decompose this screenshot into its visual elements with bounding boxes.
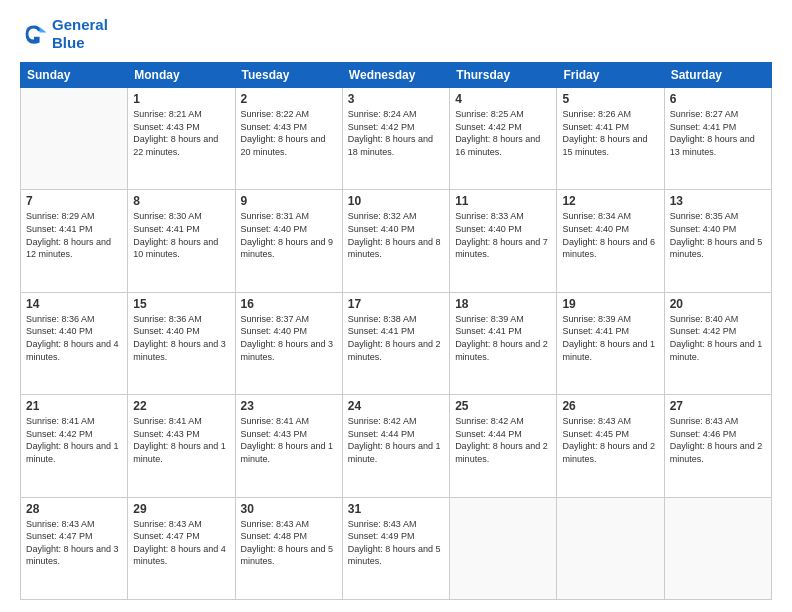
calendar-cell: 16 Sunrise: 8:37 AM Sunset: 4:40 PM Dayl…	[235, 292, 342, 394]
sunset-label: Sunset: 4:40 PM	[455, 224, 522, 234]
day-number: 23	[241, 399, 337, 413]
sunset-label: Sunset: 4:40 PM	[562, 224, 629, 234]
daylight-label: Daylight: 8 hours and 18 minutes.	[348, 134, 433, 157]
day-info: Sunrise: 8:43 AM Sunset: 4:49 PM Dayligh…	[348, 518, 444, 568]
calendar-cell: 8 Sunrise: 8:30 AM Sunset: 4:41 PM Dayli…	[128, 190, 235, 292]
day-number: 6	[670, 92, 766, 106]
day-info: Sunrise: 8:43 AM Sunset: 4:48 PM Dayligh…	[241, 518, 337, 568]
calendar-cell	[450, 497, 557, 599]
calendar-cell: 4 Sunrise: 8:25 AM Sunset: 4:42 PM Dayli…	[450, 88, 557, 190]
sunrise-label: Sunrise: 8:43 AM	[133, 519, 202, 529]
calendar-cell: 26 Sunrise: 8:43 AM Sunset: 4:45 PM Dayl…	[557, 395, 664, 497]
calendar-cell	[557, 497, 664, 599]
sunrise-label: Sunrise: 8:43 AM	[26, 519, 95, 529]
col-friday: Friday	[557, 63, 664, 88]
day-number: 14	[26, 297, 122, 311]
calendar-cell: 24 Sunrise: 8:42 AM Sunset: 4:44 PM Dayl…	[342, 395, 449, 497]
sunset-label: Sunset: 4:48 PM	[241, 531, 308, 541]
sunrise-label: Sunrise: 8:39 AM	[455, 314, 524, 324]
sunrise-label: Sunrise: 8:38 AM	[348, 314, 417, 324]
sunset-label: Sunset: 4:43 PM	[241, 429, 308, 439]
daylight-label: Daylight: 8 hours and 5 minutes.	[241, 544, 334, 567]
day-number: 12	[562, 194, 658, 208]
sunset-label: Sunset: 4:43 PM	[133, 429, 200, 439]
header: General Blue	[20, 16, 772, 52]
day-number: 11	[455, 194, 551, 208]
sunrise-label: Sunrise: 8:39 AM	[562, 314, 631, 324]
calendar-cell: 1 Sunrise: 8:21 AM Sunset: 4:43 PM Dayli…	[128, 88, 235, 190]
calendar-cell: 7 Sunrise: 8:29 AM Sunset: 4:41 PM Dayli…	[21, 190, 128, 292]
daylight-label: Daylight: 8 hours and 8 minutes.	[348, 237, 441, 260]
day-info: Sunrise: 8:27 AM Sunset: 4:41 PM Dayligh…	[670, 108, 766, 158]
day-info: Sunrise: 8:25 AM Sunset: 4:42 PM Dayligh…	[455, 108, 551, 158]
col-saturday: Saturday	[664, 63, 771, 88]
day-number: 16	[241, 297, 337, 311]
sunset-label: Sunset: 4:43 PM	[133, 122, 200, 132]
daylight-label: Daylight: 8 hours and 12 minutes.	[26, 237, 111, 260]
day-number: 3	[348, 92, 444, 106]
day-number: 26	[562, 399, 658, 413]
page: General Blue Sunday Monday Tuesday Wedne…	[0, 0, 792, 612]
day-number: 25	[455, 399, 551, 413]
sunrise-label: Sunrise: 8:34 AM	[562, 211, 631, 221]
calendar-cell: 10 Sunrise: 8:32 AM Sunset: 4:40 PM Dayl…	[342, 190, 449, 292]
sunrise-label: Sunrise: 8:26 AM	[562, 109, 631, 119]
sunrise-label: Sunrise: 8:36 AM	[133, 314, 202, 324]
day-info: Sunrise: 8:22 AM Sunset: 4:43 PM Dayligh…	[241, 108, 337, 158]
sunrise-label: Sunrise: 8:33 AM	[455, 211, 524, 221]
sunset-label: Sunset: 4:40 PM	[670, 224, 737, 234]
day-info: Sunrise: 8:32 AM Sunset: 4:40 PM Dayligh…	[348, 210, 444, 260]
calendar-cell	[21, 88, 128, 190]
calendar-cell: 25 Sunrise: 8:42 AM Sunset: 4:44 PM Dayl…	[450, 395, 557, 497]
daylight-label: Daylight: 8 hours and 3 minutes.	[133, 339, 226, 362]
daylight-label: Daylight: 8 hours and 2 minutes.	[562, 441, 655, 464]
day-info: Sunrise: 8:37 AM Sunset: 4:40 PM Dayligh…	[241, 313, 337, 363]
sunset-label: Sunset: 4:41 PM	[562, 326, 629, 336]
sunset-label: Sunset: 4:44 PM	[455, 429, 522, 439]
calendar-cell: 2 Sunrise: 8:22 AM Sunset: 4:43 PM Dayli…	[235, 88, 342, 190]
calendar-cell: 18 Sunrise: 8:39 AM Sunset: 4:41 PM Dayl…	[450, 292, 557, 394]
calendar-cell: 20 Sunrise: 8:40 AM Sunset: 4:42 PM Dayl…	[664, 292, 771, 394]
sunrise-label: Sunrise: 8:43 AM	[562, 416, 631, 426]
sunrise-label: Sunrise: 8:43 AM	[670, 416, 739, 426]
sunrise-label: Sunrise: 8:29 AM	[26, 211, 95, 221]
calendar-week-row: 28 Sunrise: 8:43 AM Sunset: 4:47 PM Dayl…	[21, 497, 772, 599]
daylight-label: Daylight: 8 hours and 2 minutes.	[348, 339, 441, 362]
calendar-cell: 14 Sunrise: 8:36 AM Sunset: 4:40 PM Dayl…	[21, 292, 128, 394]
day-number: 1	[133, 92, 229, 106]
daylight-label: Daylight: 8 hours and 13 minutes.	[670, 134, 755, 157]
sunrise-label: Sunrise: 8:25 AM	[455, 109, 524, 119]
day-number: 31	[348, 502, 444, 516]
day-number: 9	[241, 194, 337, 208]
day-number: 22	[133, 399, 229, 413]
sunset-label: Sunset: 4:40 PM	[26, 326, 93, 336]
calendar-cell: 6 Sunrise: 8:27 AM Sunset: 4:41 PM Dayli…	[664, 88, 771, 190]
calendar-cell: 30 Sunrise: 8:43 AM Sunset: 4:48 PM Dayl…	[235, 497, 342, 599]
sunset-label: Sunset: 4:41 PM	[562, 122, 629, 132]
day-info: Sunrise: 8:29 AM Sunset: 4:41 PM Dayligh…	[26, 210, 122, 260]
calendar-week-row: 21 Sunrise: 8:41 AM Sunset: 4:42 PM Dayl…	[21, 395, 772, 497]
calendar-cell: 9 Sunrise: 8:31 AM Sunset: 4:40 PM Dayli…	[235, 190, 342, 292]
day-number: 19	[562, 297, 658, 311]
daylight-label: Daylight: 8 hours and 22 minutes.	[133, 134, 218, 157]
day-number: 10	[348, 194, 444, 208]
sunrise-label: Sunrise: 8:31 AM	[241, 211, 310, 221]
day-info: Sunrise: 8:41 AM Sunset: 4:43 PM Dayligh…	[133, 415, 229, 465]
sunrise-label: Sunrise: 8:22 AM	[241, 109, 310, 119]
sunset-label: Sunset: 4:47 PM	[26, 531, 93, 541]
day-number: 15	[133, 297, 229, 311]
calendar-cell: 3 Sunrise: 8:24 AM Sunset: 4:42 PM Dayli…	[342, 88, 449, 190]
day-info: Sunrise: 8:42 AM Sunset: 4:44 PM Dayligh…	[455, 415, 551, 465]
sunrise-label: Sunrise: 8:41 AM	[26, 416, 95, 426]
calendar-cell: 5 Sunrise: 8:26 AM Sunset: 4:41 PM Dayli…	[557, 88, 664, 190]
sunset-label: Sunset: 4:41 PM	[670, 122, 737, 132]
sunrise-label: Sunrise: 8:36 AM	[26, 314, 95, 324]
day-info: Sunrise: 8:21 AM Sunset: 4:43 PM Dayligh…	[133, 108, 229, 158]
day-info: Sunrise: 8:24 AM Sunset: 4:42 PM Dayligh…	[348, 108, 444, 158]
sunset-label: Sunset: 4:49 PM	[348, 531, 415, 541]
daylight-label: Daylight: 8 hours and 1 minute.	[26, 441, 119, 464]
sunset-label: Sunset: 4:42 PM	[26, 429, 93, 439]
sunrise-label: Sunrise: 8:24 AM	[348, 109, 417, 119]
daylight-label: Daylight: 8 hours and 2 minutes.	[455, 339, 548, 362]
sunrise-label: Sunrise: 8:42 AM	[455, 416, 524, 426]
